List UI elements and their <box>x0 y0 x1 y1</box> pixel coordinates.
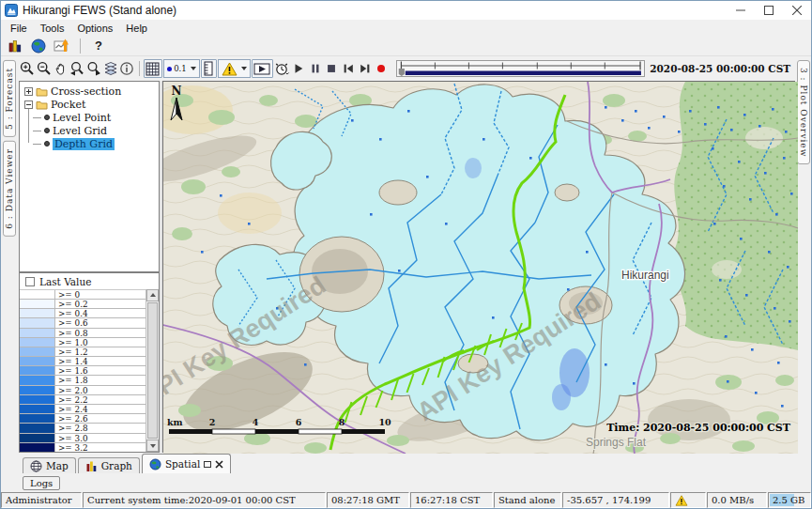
tab-graph[interactable]: Graph <box>78 457 140 473</box>
legend-list: >= 0>= 0.2>= 0.4>= 0.6>= 0.8>= 1.0>= 1.2… <box>20 289 146 452</box>
tree-node-pocket[interactable]: Pocket <box>20 98 159 111</box>
timeline-slider[interactable] <box>396 60 645 77</box>
info-icon <box>119 61 134 76</box>
legend-row[interactable]: >= 1.2 <box>20 347 146 357</box>
tab-forecast[interactable]: 5 : Forecast <box>3 60 16 137</box>
close-button[interactable] <box>783 1 811 20</box>
tree-node-level-point[interactable]: Level Point <box>20 111 159 124</box>
zoom-next-icon <box>86 61 101 76</box>
play-button[interactable] <box>291 59 307 78</box>
skip-to-start-button[interactable] <box>341 59 357 78</box>
tab-plot-overview[interactable]: 3 : Plot Overview <box>797 60 810 164</box>
skip-to-end-button[interactable] <box>357 59 373 78</box>
tab-graph-label: Graph <box>101 460 132 471</box>
info-button[interactable] <box>119 59 135 78</box>
tree-node-label[interactable]: Pocket <box>51 99 85 111</box>
tree-node-label-selected[interactable]: Depth Grid <box>53 138 115 150</box>
layers-button[interactable] <box>102 59 118 78</box>
scrollbar-thumb[interactable] <box>147 302 158 439</box>
timeline-handle[interactable] <box>399 69 405 76</box>
timer-clock-icon <box>274 61 290 77</box>
legend-label: >= 2.6 <box>55 414 146 423</box>
legend-row[interactable]: >= 1.6 <box>20 366 146 376</box>
help-button[interactable]: ? <box>90 38 107 54</box>
maximize-button[interactable] <box>755 1 783 20</box>
menu-file[interactable]: File <box>5 22 33 35</box>
tree-node-label[interactable]: Level Point <box>53 112 111 124</box>
status-warning[interactable] <box>670 492 706 508</box>
tab-spatial[interactable]: Spatial <box>142 454 231 473</box>
app-window: Hikurangi FEWS (Stand alone) File Tools … <box>0 0 812 509</box>
scroll-down-button[interactable] <box>146 440 159 452</box>
menu-tools[interactable]: Tools <box>35 22 70 35</box>
map-canvas[interactable]: API Key Required API Key Required Hikura… <box>162 81 795 453</box>
zoom-in-button[interactable] <box>20 59 36 78</box>
minimize-button[interactable] <box>727 1 755 20</box>
legend-row[interactable]: >= 0.4 <box>20 309 146 318</box>
legend-row[interactable]: >= 2.8 <box>20 424 146 433</box>
maximize-tab-icon[interactable] <box>204 461 211 468</box>
legend-row[interactable]: >= 1.0 <box>20 338 146 347</box>
legend-swatch <box>20 309 55 317</box>
legend-label: >= 1.2 <box>55 347 146 356</box>
legend-label: >= 0.4 <box>55 309 146 317</box>
record-button[interactable] <box>374 59 390 78</box>
legend-row[interactable]: >= 1.8 <box>20 376 146 385</box>
collapse-icon[interactable] <box>24 100 33 109</box>
legend-row[interactable]: >= 0 <box>20 290 146 300</box>
legend-row[interactable]: >= 2.6 <box>20 414 146 424</box>
zoom-out-button[interactable] <box>37 59 53 78</box>
close-icon <box>792 6 802 15</box>
status-memory: 2.5 GB <box>768 492 811 508</box>
timer-settings-button[interactable] <box>274 59 290 78</box>
grid-display-button[interactable] <box>144 59 162 78</box>
last-value-checkbox[interactable] <box>25 277 35 286</box>
scale-tick: 2 <box>209 417 216 427</box>
scroll-up-button[interactable] <box>146 289 159 301</box>
logs-button[interactable]: Logs <box>23 476 60 490</box>
legend-row[interactable]: >= 0.8 <box>20 329 146 338</box>
legend-row[interactable]: >= 2.4 <box>20 405 146 414</box>
record-icon <box>375 62 388 75</box>
animation-panel-button[interactable] <box>252 59 273 78</box>
legend-row[interactable]: >= 2.2 <box>20 395 146 405</box>
menu-options[interactable]: Options <box>71 22 118 35</box>
map-globe-button[interactable] <box>30 38 47 54</box>
pan-button[interactable] <box>53 59 69 78</box>
stop-button[interactable] <box>324 59 340 78</box>
pause-button[interactable] <box>307 59 323 78</box>
tree-node-cross-section[interactable]: Cross-section <box>20 85 159 98</box>
menu-help[interactable]: Help <box>120 22 153 35</box>
legend-row[interactable]: >= 2.0 <box>20 386 146 395</box>
status-network-speed: 0.0 MB/s <box>707 492 767 508</box>
legend-swatch <box>20 414 55 423</box>
tree-node-depth-grid[interactable]: Depth Grid <box>20 137 159 150</box>
chevron-down-icon <box>241 67 247 70</box>
tab-data-viewer[interactable]: 6 : Data Viewer <box>3 141 16 237</box>
interval-dropdown[interactable]: 0.1 <box>163 59 200 78</box>
legend-row[interactable]: >= 3.0 <box>20 434 146 443</box>
legend-scrollbar[interactable] <box>146 289 159 452</box>
legend-swatch <box>20 434 55 442</box>
tab-map[interactable]: Map <box>23 457 76 473</box>
legend-row[interactable]: >= 1.4 <box>20 357 146 366</box>
database-bars-button[interactable] <box>7 38 23 54</box>
tree-node-level-grid[interactable]: Level Grid <box>20 124 159 137</box>
skip-start-icon <box>342 62 355 75</box>
legend-row[interactable]: >= 0.2 <box>20 300 146 309</box>
zoom-next-button[interactable] <box>86 59 102 78</box>
legend-label: >= 1.6 <box>55 366 146 375</box>
warning-dropdown[interactable] <box>218 59 251 78</box>
ruler-button[interactable] <box>201 59 217 78</box>
wire-globe-icon <box>30 460 42 472</box>
close-tab-icon[interactable] <box>215 460 223 469</box>
legend-swatch <box>20 329 55 337</box>
app-icon <box>5 4 18 17</box>
zoom-previous-button[interactable] <box>69 59 85 78</box>
expand-icon[interactable] <box>24 87 33 96</box>
tree-node-label[interactable]: Level Grid <box>53 125 107 137</box>
legend-row[interactable]: >= 3.2 <box>20 443 146 452</box>
tree-node-label[interactable]: Cross-section <box>51 85 121 98</box>
chart-display-button[interactable] <box>54 38 70 54</box>
legend-row[interactable]: >= 0.6 <box>20 318 146 328</box>
